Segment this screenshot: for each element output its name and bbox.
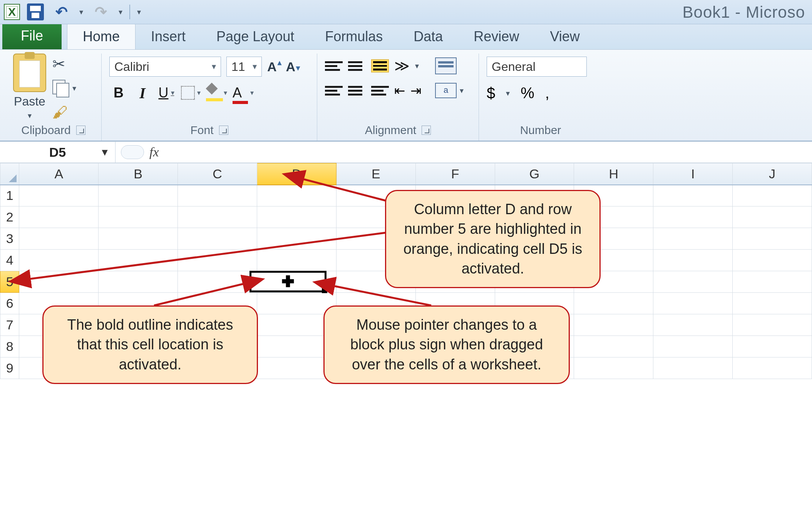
col-header-h[interactable]: H — [574, 163, 653, 185]
chevron-down-icon[interactable]: ▾ — [253, 62, 257, 72]
insert-function-button[interactable] — [121, 145, 144, 159]
col-header-b[interactable]: B — [99, 163, 178, 185]
copy-dropdown-icon[interactable]: ▾ — [72, 84, 76, 93]
qat-customize-icon[interactable]: ▾ — [137, 7, 141, 17]
chevron-down-icon[interactable]: ▾ — [224, 89, 227, 97]
row-header-2[interactable]: 2 — [0, 206, 19, 228]
fill-color-icon — [206, 87, 221, 98]
group-clipboard: Paste ▾ ✂ ▾ 🖌 Clipboard — [5, 54, 102, 141]
align-top-icon[interactable] — [325, 59, 343, 72]
chevron-down-icon[interactable]: ▾ — [460, 86, 464, 95]
col-header-c[interactable]: C — [178, 163, 257, 185]
callout-bold-outline: The bold outline indicates that this cel… — [42, 305, 258, 384]
chevron-down-icon[interactable]: ▾ — [250, 89, 254, 97]
redo-icon[interactable]: ↷ — [90, 4, 112, 20]
increase-indent-icon[interactable]: ⇥ — [410, 83, 421, 98]
align-center-icon[interactable] — [348, 84, 366, 97]
col-header-j[interactable]: J — [733, 163, 812, 185]
chevron-down-icon[interactable]: ▾ — [415, 61, 419, 70]
align-left-icon[interactable] — [325, 84, 343, 97]
name-box[interactable]: D5 ▼ — [0, 142, 116, 163]
font-size-combo[interactable]: 11 ▾ — [226, 57, 262, 77]
chevron-down-icon[interactable]: ▾ — [506, 89, 510, 98]
wrap-text-icon[interactable] — [435, 57, 457, 74]
redo-dropdown-icon[interactable]: ▾ — [119, 7, 122, 17]
paste-dropdown-icon[interactable]: ▾ — [28, 111, 32, 120]
tab-review[interactable]: Review — [458, 23, 534, 49]
callout-headers-highlighted: Column letter D and row number 5 are hig… — [385, 190, 601, 288]
row-header-6[interactable]: 6 — [0, 293, 19, 314]
row-header-3[interactable]: 3 — [0, 228, 19, 250]
row-header-7[interactable]: 7 — [0, 314, 19, 336]
italic-button[interactable]: I — [133, 84, 152, 102]
callout-plus-cursor: Mouse pointer changes to a block plus si… — [323, 305, 570, 384]
row-header-9[interactable]: 9 — [0, 357, 19, 379]
borders-button[interactable]: ▾ — [181, 84, 201, 102]
align-right-icon[interactable] — [371, 84, 389, 97]
col-header-e[interactable]: E — [336, 163, 415, 185]
clipboard-dialog-launcher-icon[interactable] — [76, 126, 85, 135]
decrease-indent-icon[interactable]: ⇤ — [394, 83, 405, 98]
row-header-8[interactable]: 8 — [0, 336, 19, 357]
block-plus-cursor-icon: ✚ — [282, 273, 294, 290]
worksheet-grid[interactable]: A B C D E F G H I J 1 2 3 4 5 6 7 8 9 ✚ — [0, 163, 812, 379]
fill-color-button[interactable]: ▾ — [206, 84, 227, 102]
col-header-i[interactable]: I — [653, 163, 733, 185]
chevron-down-icon[interactable]: ▼ — [100, 146, 110, 158]
cut-icon[interactable]: ✂ — [52, 55, 76, 73]
row-header-4[interactable]: 4 — [0, 250, 19, 271]
orientation-icon[interactable]: ≫ — [394, 57, 410, 74]
excel-app-icon[interactable]: X — [4, 4, 20, 20]
save-icon[interactable] — [27, 3, 44, 20]
tab-file[interactable]: File — [2, 22, 62, 49]
col-header-d[interactable]: D — [257, 163, 336, 185]
undo-icon[interactable]: ↶ — [51, 4, 72, 20]
group-label-number: Number — [520, 124, 561, 137]
formula-input[interactable] — [164, 142, 812, 163]
formula-bar: D5 ▼ fx — [0, 141, 812, 163]
copy-icon[interactable] — [52, 80, 69, 97]
currency-button[interactable]: $ — [487, 84, 495, 102]
number-format-combo[interactable]: General — [487, 57, 587, 77]
window-title: Book1 - Microso — [683, 3, 805, 22]
percent-button[interactable]: % — [521, 84, 534, 102]
row-header-5[interactable]: 5 — [0, 271, 19, 293]
tab-page-layout[interactable]: Page Layout — [201, 23, 310, 49]
chevron-down-icon[interactable]: ▾ — [212, 62, 216, 72]
col-header-g[interactable]: G — [495, 163, 574, 185]
quick-access-toolbar: X ↶ ▾ ↷ ▾ ▾ — [4, 3, 141, 20]
font-size-value: 11 — [231, 60, 245, 74]
font-color-button[interactable]: A▾ — [233, 84, 254, 102]
tab-view[interactable]: View — [534, 23, 595, 49]
chevron-down-icon[interactable]: ▾ — [171, 89, 174, 97]
font-name-combo[interactable]: Calibri ▾ — [109, 57, 221, 77]
group-label-clipboard: Clipboard — [21, 124, 70, 137]
underline-button[interactable]: U▾ — [157, 84, 176, 102]
tab-home[interactable]: Home — [67, 23, 136, 49]
shrink-font-icon[interactable]: A — [286, 59, 300, 74]
group-font: Calibri ▾ 11 ▾ A A B I U▾ — [102, 54, 317, 141]
active-cell[interactable]: ✚ — [249, 271, 326, 292]
col-header-a[interactable]: A — [19, 163, 99, 185]
paste-button[interactable]: Paste — [14, 94, 45, 109]
tab-formulas[interactable]: Formulas — [310, 23, 398, 49]
group-number: General $ ▾ % , Number — [479, 54, 602, 141]
alignment-dialog-launcher-icon[interactable] — [422, 126, 431, 135]
bold-button[interactable]: B — [109, 84, 128, 102]
tab-insert[interactable]: Insert — [136, 23, 201, 49]
chevron-down-icon[interactable]: ▾ — [197, 89, 201, 97]
grow-font-icon[interactable]: A — [267, 59, 281, 74]
merge-center-icon[interactable] — [435, 83, 457, 98]
undo-dropdown-icon[interactable]: ▾ — [79, 7, 83, 17]
ribbon: Paste ▾ ✂ ▾ 🖌 Clipboard Calibri — [0, 50, 812, 141]
tab-data[interactable]: Data — [398, 23, 458, 49]
align-middle-icon[interactable] — [348, 59, 366, 72]
paste-icon[interactable] — [13, 54, 46, 92]
comma-style-button[interactable]: , — [545, 84, 549, 102]
align-bottom-icon[interactable] — [371, 59, 389, 72]
font-dialog-launcher-icon[interactable] — [219, 126, 228, 135]
col-header-f[interactable]: F — [415, 163, 495, 185]
row-header-1[interactable]: 1 — [0, 185, 19, 206]
format-painter-icon[interactable]: 🖌 — [52, 104, 76, 121]
select-all-corner[interactable] — [0, 163, 19, 185]
